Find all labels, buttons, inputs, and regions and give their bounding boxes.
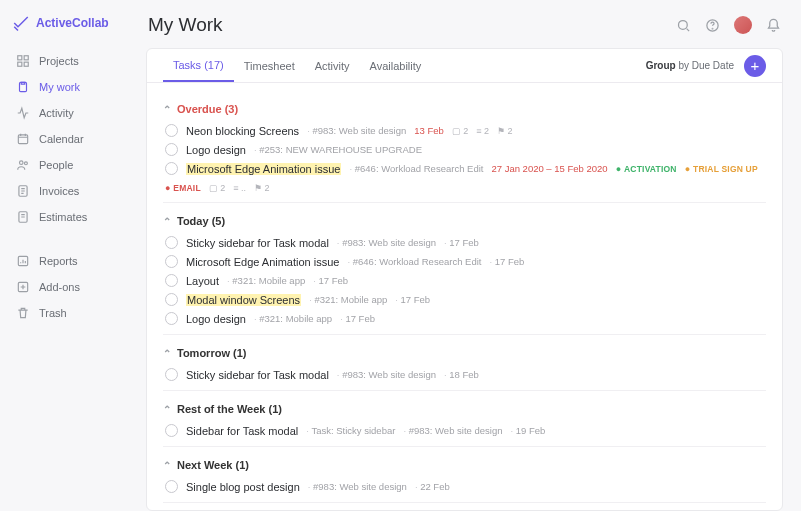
task-checkbox[interactable]: [165, 368, 178, 381]
chevron-down-icon: ⌃: [163, 216, 171, 227]
task-row: Sticky sidebar for Task modal#983: Web s…: [163, 233, 766, 252]
section: ⌃ Next Week (1)Single blog post design#9…: [163, 447, 766, 503]
chevron-down-icon: ⌃: [163, 460, 171, 471]
task-checkbox[interactable]: [165, 480, 178, 493]
flag-icon: ⚑ 2: [497, 126, 513, 136]
task-row: Single blog post design#983: Web site de…: [163, 477, 766, 496]
section-header[interactable]: ⌃ Rest of the Week (1): [163, 399, 766, 421]
task-row: Sticky sidebar for Task modal#983: Web s…: [163, 365, 766, 384]
task-checkbox[interactable]: [165, 312, 178, 325]
task-name[interactable]: Logo design: [186, 313, 246, 325]
task-project: #983: Web site design: [308, 481, 407, 492]
section-header[interactable]: ⌃ Today (5): [163, 211, 766, 233]
nav-reports[interactable]: Reports: [12, 248, 128, 274]
group-by[interactable]: Group by Due Date: [646, 60, 734, 71]
task-checkbox[interactable]: [165, 162, 178, 175]
task-due: 22 Feb: [415, 481, 450, 492]
panel: Tasks (17)TimesheetActivityAvailability …: [146, 48, 783, 511]
task-checkbox[interactable]: [165, 255, 178, 268]
task-name[interactable]: Microsoft Edge Animation issue: [186, 256, 339, 268]
task-due: 27 Jan 2020 – 15 Feb 2020: [491, 163, 607, 174]
task-project: #983: Web site design: [307, 125, 406, 136]
subtask-icon: ≡ ..: [233, 183, 246, 193]
task-badges: ▢ 2 ≡ .. ⚑ 2: [209, 183, 270, 193]
svg-point-14: [712, 28, 713, 29]
task-due: 13 Feb: [414, 125, 444, 136]
task-name[interactable]: Layout: [186, 275, 219, 287]
task-due: 17 Feb: [340, 313, 375, 324]
topbar: My Work: [146, 14, 783, 48]
svg-point-6: [20, 161, 24, 165]
task-checkbox[interactable]: [165, 236, 178, 249]
nav-invoices[interactable]: Invoices: [12, 178, 128, 204]
avatar[interactable]: [734, 16, 752, 34]
task-due: 17 Feb: [395, 294, 430, 305]
section-title: Next Week (1): [177, 459, 249, 471]
chevron-down-icon: ⌃: [163, 348, 171, 359]
task-label: EMAIL: [165, 183, 201, 193]
nav-label: Projects: [39, 55, 79, 67]
nav-label: My work: [39, 81, 80, 93]
tab-activity[interactable]: Activity: [305, 49, 360, 82]
task-checkbox[interactable]: [165, 274, 178, 287]
task-label: TRIAL SIGN UP: [685, 164, 758, 174]
clipboard-icon: [16, 80, 30, 94]
task-checkbox[interactable]: [165, 424, 178, 437]
nav-activity[interactable]: Activity: [12, 100, 128, 126]
brand-name: ActiveCollab: [36, 16, 109, 30]
nav-label: Calendar: [39, 133, 84, 145]
section-header[interactable]: ⌃ Next Week (1): [163, 455, 766, 477]
nav-trash[interactable]: Trash: [12, 300, 128, 326]
task-name[interactable]: Neon blocking Screens: [186, 125, 299, 137]
calendar-icon: [16, 132, 30, 146]
estimate-icon: [16, 210, 30, 224]
chevron-down-icon: ⌃: [163, 404, 171, 415]
task-checkbox[interactable]: [165, 143, 178, 156]
chevron-down-icon: ⌃: [163, 104, 171, 115]
task-row: Logo design#253: NEW WAREHOUSE UPGRADE: [163, 140, 766, 159]
task-name[interactable]: Sticky sidebar for Task modal: [186, 369, 329, 381]
task-checkbox[interactable]: [165, 293, 178, 306]
add-task-button[interactable]: +: [744, 55, 766, 77]
task-label: ACTIVATION: [616, 164, 677, 174]
nav-label: Activity: [39, 107, 74, 119]
section-header[interactable]: ⌃ Tomorrow (1): [163, 343, 766, 365]
task-project: #321: Mobile app: [254, 313, 332, 324]
task-name[interactable]: Single blog post design: [186, 481, 300, 493]
nav-estimates[interactable]: Estimates: [12, 204, 128, 230]
search-icon[interactable]: [676, 18, 691, 33]
nav-calendar[interactable]: Calendar: [12, 126, 128, 152]
help-icon[interactable]: [705, 18, 720, 33]
bell-icon[interactable]: [766, 18, 781, 33]
brand[interactable]: ActiveCollab: [12, 14, 128, 32]
nav-add-ons[interactable]: Add-ons: [12, 274, 128, 300]
section: ⌃ Overdue (3)Neon blocking Screens#983: …: [163, 91, 766, 203]
tabs: Tasks (17)TimesheetActivityAvailability …: [147, 49, 782, 83]
tab-timesheet[interactable]: Timesheet: [234, 49, 305, 82]
tab-availability[interactable]: Availability: [360, 49, 432, 82]
task-checkbox[interactable]: [165, 124, 178, 137]
section-title: Tomorrow (1): [177, 347, 246, 359]
nav-my work[interactable]: My work: [12, 74, 128, 100]
nav-people[interactable]: People: [12, 152, 128, 178]
section-header[interactable]: ⌃ Overdue (3): [163, 99, 766, 121]
task-name[interactable]: Sidebar for Task modal: [186, 425, 298, 437]
section: ⌃ Today (5)Sticky sidebar for Task modal…: [163, 203, 766, 335]
task-row: Microsoft Edge Animation issue#646: Work…: [163, 252, 766, 271]
task-badges: ▢ 2 ≡ 2 ⚑ 2: [452, 126, 513, 136]
task-row: Neon blocking Screens#983: Web site desi…: [163, 121, 766, 140]
section-title: Rest of the Week (1): [177, 403, 282, 415]
nav-projects[interactable]: Projects: [12, 48, 128, 74]
task-name[interactable]: Modal window Screens: [186, 294, 301, 306]
task-name[interactable]: Logo design: [186, 144, 246, 156]
section: ⌃ Upcoming (5)Assemble prototype for sta…: [163, 503, 766, 510]
svg-rect-2: [18, 62, 22, 66]
task-name[interactable]: Microsoft Edge Animation issue: [186, 163, 341, 175]
svg-point-12: [679, 20, 688, 29]
svg-rect-1: [24, 56, 28, 60]
tab-tasks[interactable]: Tasks (17): [163, 49, 234, 82]
task-row: Logo design#321: Mobile app17 Feb: [163, 309, 766, 328]
task-due: 17 Feb: [313, 275, 348, 286]
task-name[interactable]: Sticky sidebar for Task modal: [186, 237, 329, 249]
main: My Work Tasks (17)TimesheetActivityAvail…: [140, 0, 801, 511]
